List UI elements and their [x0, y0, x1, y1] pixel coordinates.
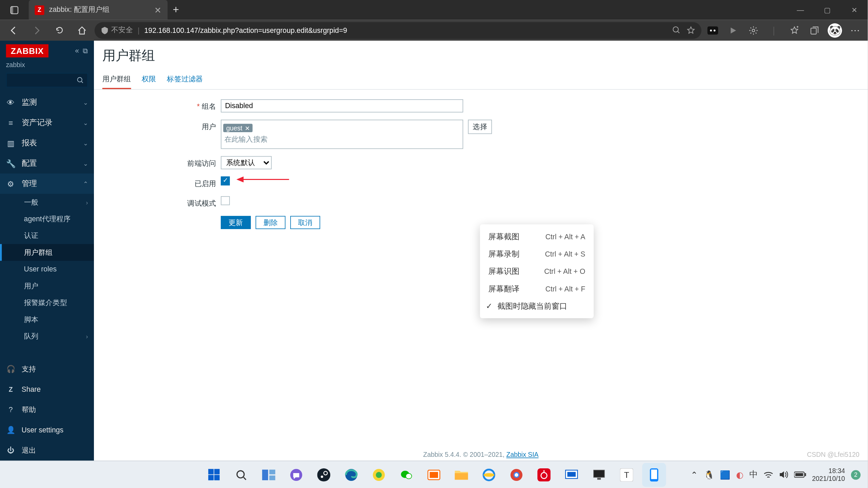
tab-tagfilter[interactable]: 标签过滤器	[167, 70, 203, 89]
label-frontend: 前端访问	[102, 156, 221, 169]
nav-back[interactable]	[4, 21, 24, 39]
ctx-hide-window[interactable]: ✓截图时隐藏当前窗口	[480, 297, 594, 314]
favorite-icon[interactable]	[686, 26, 695, 35]
button-update[interactable]: 更新	[221, 216, 251, 229]
button-delete[interactable]: 删除	[256, 216, 285, 229]
tray-clock[interactable]: 18:34 2021/10/10	[812, 467, 845, 482]
ext-play-icon[interactable]	[724, 21, 742, 39]
tray-notif-badge[interactable]: 2	[851, 470, 861, 479]
browser-tab[interactable]: Z zabbix: 配置用户组 ✕	[29, 0, 167, 20]
ext-favorites-icon[interactable]	[785, 21, 803, 39]
detach-sidebar-icon[interactable]: ⧉	[83, 47, 88, 55]
steam-icon[interactable]	[312, 463, 336, 487]
sub-auth[interactable]: 认证	[0, 227, 94, 244]
nav-home[interactable]	[72, 21, 92, 39]
chevron-right-icon: ›	[86, 199, 88, 205]
typora-icon[interactable]: T	[615, 463, 639, 487]
sub-proxies[interactable]: agent代理程序	[0, 210, 94, 227]
ext-ninja-icon[interactable]	[704, 21, 722, 39]
select-frontend[interactable]: 系统默认	[221, 156, 272, 169]
checkbox-enabled[interactable]	[221, 177, 230, 185]
svg-point-18	[321, 475, 323, 477]
sub-usergroups[interactable]: 用户群组	[0, 244, 94, 261]
sidebar-search[interactable]	[6, 73, 88, 87]
checkbox-debug[interactable]	[221, 196, 230, 205]
input-groupname[interactable]	[221, 99, 463, 113]
tray-wifi-icon[interactable]	[764, 471, 773, 478]
monitor-icon[interactable]	[587, 463, 611, 487]
sub-userroles[interactable]: User roles	[0, 261, 94, 278]
footer: Zabbix 5.4.4. © 2001–2021, Zabbix SIA	[94, 451, 868, 458]
ctx-ocr[interactable]: 屏幕识图Ctrl + Alt + O	[480, 263, 594, 280]
window-maximize[interactable]: ▢	[814, 0, 841, 20]
sub-general[interactable]: 一般›	[0, 194, 94, 210]
tab-usergroup[interactable]: 用户群组	[102, 70, 131, 89]
menu-support[interactable]: 🎧支持	[0, 359, 94, 379]
window-minimize[interactable]: ―	[787, 0, 814, 20]
tray-app1-icon[interactable]: 🟦	[720, 470, 730, 479]
chat-icon[interactable]	[284, 463, 308, 487]
tab-list-button[interactable]	[0, 0, 29, 20]
menu-share[interactable]: ZShare	[0, 379, 94, 400]
tray-chevron-icon[interactable]: ⌃	[691, 470, 698, 479]
taskview-icon[interactable]	[257, 463, 281, 487]
tray-ime[interactable]: 中	[749, 469, 758, 480]
sub-scripts[interactable]: 脚本	[0, 311, 94, 328]
tab-permissions[interactable]: 权限	[142, 70, 156, 89]
menu-help[interactable]: ?帮助	[0, 400, 94, 420]
label-debug: 调试模式	[102, 196, 221, 209]
svg-point-8	[78, 78, 82, 82]
ctx-screenshot[interactable]: 屏幕截图Ctrl + Alt + A	[480, 228, 594, 245]
usergroup-form: 组名 用户 guest✕ 在此输入搜索 选择 前端访问 系统默认 已启用	[94, 90, 868, 239]
menu-monitoring[interactable]: 👁监测⌄	[0, 92, 94, 113]
new-tab-button[interactable]: +	[167, 4, 184, 16]
tray-volume-icon[interactable]	[779, 471, 788, 479]
search-icon[interactable]	[229, 463, 253, 487]
select-users-button[interactable]: 选择	[468, 120, 492, 134]
menu-inventory[interactable]: ≡资产记录⌄	[0, 113, 94, 133]
menu-admin[interactable]: ⚙管理⌃	[0, 174, 94, 194]
menu-reports[interactable]: ▥报表⌄	[0, 133, 94, 153]
netease-icon[interactable]	[532, 463, 556, 487]
remove-tag-icon[interactable]: ✕	[245, 125, 250, 131]
sub-queue[interactable]: 队列›	[0, 328, 94, 344]
app-orange-icon[interactable]	[422, 463, 446, 487]
tray-battery-icon[interactable]	[794, 471, 806, 478]
window-close[interactable]: ✕	[841, 0, 868, 20]
zabbix-logo[interactable]: ZABBIX	[6, 44, 49, 58]
label-users: 用户	[102, 120, 221, 132]
browser-menu-icon[interactable]: ⋯	[846, 21, 864, 39]
chrome-icon[interactable]	[505, 463, 529, 487]
collapse-sidebar-icon[interactable]: «	[75, 47, 79, 55]
sub-users[interactable]: 用户	[0, 278, 94, 294]
vbox-icon[interactable]	[559, 463, 584, 487]
menu-logout[interactable]: ⏻退出	[0, 440, 94, 461]
sub-mediatypes[interactable]: 报警媒介类型	[0, 294, 94, 311]
phone-icon[interactable]	[642, 463, 666, 487]
qq-music-icon[interactable]	[367, 463, 391, 487]
user-tag[interactable]: guest✕	[223, 124, 252, 132]
wechat-icon[interactable]	[394, 463, 418, 487]
menu-config[interactable]: 🔧配置⌄	[0, 153, 94, 174]
url-bar[interactable]: 不安全 | 192.168.100.147/zabbix.php?action=…	[95, 22, 702, 38]
ext-settings-icon[interactable]	[745, 21, 763, 39]
explorer-icon[interactable]	[450, 463, 474, 487]
ctx-translate[interactable]: 屏幕翻译Ctrl + Alt + F	[480, 280, 594, 297]
menu-usersettings[interactable]: 👤User settings	[0, 420, 94, 440]
zoom-icon[interactable]	[672, 26, 680, 35]
svg-point-2	[673, 27, 678, 32]
edge-icon[interactable]	[339, 463, 363, 487]
start-button[interactable]	[202, 463, 226, 487]
label-groupname: 组名	[102, 99, 221, 112]
input-users[interactable]: guest✕ 在此输入搜索	[221, 120, 463, 149]
nav-refresh[interactable]	[49, 21, 70, 39]
tray-app2-icon[interactable]: ◐	[736, 470, 743, 479]
profile-avatar[interactable]: 🐼	[826, 21, 844, 39]
ext-collections-icon[interactable]	[806, 21, 824, 39]
footer-link[interactable]: Zabbix SIA	[506, 451, 538, 458]
tray-qq-icon[interactable]: 🐧	[704, 470, 714, 479]
ctx-record[interactable]: 屏幕录制Ctrl + Alt + S	[480, 245, 594, 263]
ie-icon[interactable]	[477, 463, 501, 487]
button-cancel[interactable]: 取消	[290, 216, 320, 229]
close-tab-icon[interactable]: ✕	[154, 5, 161, 15]
